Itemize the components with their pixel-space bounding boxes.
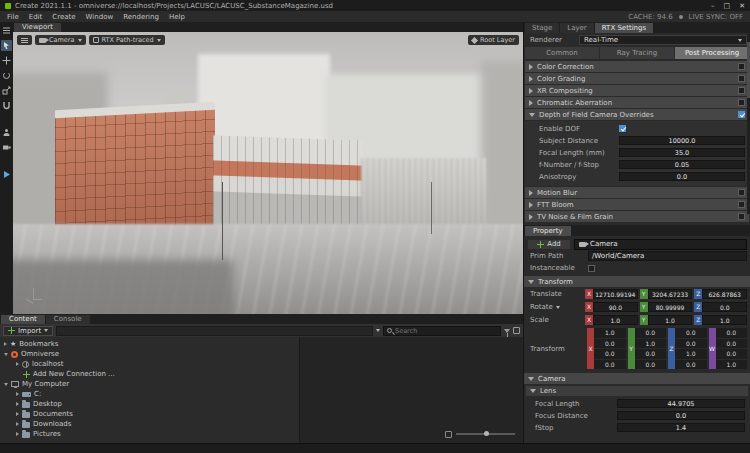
- translate-y-field[interactable]: Y3204.67233: [640, 289, 693, 299]
- tab-common[interactable]: Common: [525, 47, 599, 59]
- ftt-bloom-checkbox[interactable]: [738, 201, 745, 208]
- rotate-tool-icon[interactable]: [1, 70, 12, 81]
- expander-icon[interactable]: [16, 422, 19, 426]
- lens-fstop-field[interactable]: 1.4: [617, 423, 745, 432]
- zoom-slider[interactable]: [456, 433, 515, 435]
- close-button[interactable]: ✕: [739, 2, 745, 10]
- tab-console[interactable]: Console: [46, 315, 90, 324]
- section-motion-blur[interactable]: Motion Blur: [525, 187, 749, 198]
- instanceable-checkbox[interactable]: [588, 265, 595, 272]
- move-tool-icon[interactable]: [1, 55, 12, 66]
- scale-y-value[interactable]: 1.0: [648, 315, 693, 325]
- expander-icon[interactable]: [16, 392, 19, 396]
- scale-z-value[interactable]: 1.0: [702, 315, 747, 325]
- color-correction-checkbox[interactable]: [738, 63, 745, 70]
- menu-help[interactable]: Help: [164, 13, 190, 21]
- scale-tool-icon[interactable]: [1, 85, 12, 96]
- viewport-canvas[interactable]: Camera RTX Path-traced Root Layer: [13, 32, 523, 314]
- matrix-cell[interactable]: 0.0: [635, 349, 667, 359]
- scale-x-value[interactable]: 1.0: [593, 315, 638, 325]
- section-ftt-bloom[interactable]: FTT Bloom: [525, 199, 749, 210]
- matrix-cell[interactable]: 1.0: [594, 328, 626, 338]
- matrix-cell[interactable]: 1.0: [716, 360, 748, 370]
- prim-type-field[interactable]: Camera: [574, 239, 747, 250]
- rotate-y-field[interactable]: Y80.99999: [640, 302, 693, 312]
- rotate-z-value[interactable]: 0.0: [702, 302, 747, 312]
- add-button[interactable]: Add: [527, 239, 571, 250]
- tab-content[interactable]: Content: [1, 315, 45, 324]
- expander-icon[interactable]: [4, 383, 8, 386]
- tree-item-my-computer[interactable]: My Computer: [0, 379, 299, 389]
- transform-section-header[interactable]: Transform: [524, 276, 750, 287]
- select-tool-icon[interactable]: [1, 40, 12, 51]
- rotate-y-value[interactable]: 80.99999: [648, 302, 693, 312]
- tree-item-omniverse[interactable]: Omniverse: [0, 349, 299, 359]
- filter-icon[interactable]: [504, 329, 510, 333]
- root-layer-button[interactable]: Root Layer: [468, 35, 519, 45]
- play-button-icon[interactable]: [1, 169, 12, 180]
- matrix-cell[interactable]: 0.0: [675, 339, 707, 349]
- viewport-menu-button[interactable]: [17, 35, 32, 45]
- tree-item-pictures[interactable]: Pictures: [0, 429, 299, 439]
- enable-dof-checkbox[interactable]: [619, 125, 626, 132]
- translate-z-value[interactable]: 626.87863: [702, 289, 747, 299]
- subject-distance-field[interactable]: 10000.0: [619, 136, 745, 145]
- toolbar-menu-icon[interactable]: [1, 25, 12, 36]
- menu-rendering[interactable]: Rendering: [118, 13, 164, 21]
- section-xr-compositing[interactable]: XR Compositing: [525, 85, 749, 96]
- fnumber-field[interactable]: 0.05: [619, 160, 745, 169]
- renderer-dropdown[interactable]: Real-Time: [579, 35, 747, 45]
- expander-icon[interactable]: [4, 353, 8, 356]
- zoom-slider-handle[interactable]: [484, 431, 489, 436]
- rotate-x-field[interactable]: X90.0: [585, 302, 638, 312]
- tree-item-desktop[interactable]: Desktop: [0, 399, 299, 409]
- menu-file[interactable]: File: [2, 13, 24, 21]
- history-chevron-icon[interactable]: [376, 329, 380, 332]
- matrix-cell[interactable]: 1.0: [635, 339, 667, 349]
- titlebar[interactable]: Create 2021.1.1 - omniverse://localhost/…: [0, 0, 750, 11]
- viewport-camera-selector[interactable]: Camera: [35, 35, 86, 45]
- xr-compositing-checkbox[interactable]: [738, 87, 745, 94]
- tv-noise-checkbox[interactable]: [738, 213, 745, 220]
- scale-z-field[interactable]: Z1.0: [694, 315, 747, 325]
- tab-stage[interactable]: Stage: [525, 23, 559, 33]
- menu-create[interactable]: Create: [47, 13, 80, 21]
- lens-section-header[interactable]: Lens: [526, 386, 748, 396]
- translate-x-field[interactable]: X12710.99194: [585, 289, 638, 299]
- tab-post-processing[interactable]: Post Processing: [675, 47, 749, 59]
- section-dof-overrides[interactable]: Depth of Field Camera Overrides: [525, 109, 749, 120]
- anisotropy-field[interactable]: 0.0: [619, 172, 745, 181]
- color-grading-checkbox[interactable]: [738, 75, 745, 82]
- content-path-field[interactable]: [56, 326, 373, 336]
- tab-ray-tracing[interactable]: Ray Tracing: [600, 47, 674, 59]
- tree-item-c-drive[interactable]: C:: [0, 389, 299, 399]
- matrix-cell[interactable]: 0.0: [675, 328, 707, 338]
- matrix-cell[interactable]: 0.0: [716, 349, 748, 359]
- matrix-cell[interactable]: 1.0: [675, 349, 707, 359]
- import-button[interactable]: Import: [3, 326, 53, 336]
- matrix-cell[interactable]: 0.0: [635, 328, 667, 338]
- dof-overrides-checkbox[interactable]: [738, 111, 745, 118]
- scale-x-field[interactable]: X1.0: [585, 315, 638, 325]
- maximize-button[interactable]: □: [724, 2, 731, 10]
- matrix-cell[interactable]: 0.0: [635, 360, 667, 370]
- rotate-z-field[interactable]: Z0.0: [694, 302, 747, 312]
- matrix-cell[interactable]: 0.0: [594, 339, 626, 349]
- expander-icon[interactable]: [16, 402, 19, 406]
- focal-length-field[interactable]: 35.0: [619, 148, 745, 157]
- viewport-renderer-selector[interactable]: RTX Path-traced: [89, 35, 165, 45]
- tab-property[interactable]: Property: [525, 226, 571, 236]
- lens-focus-distance-field[interactable]: 0.0: [617, 411, 745, 420]
- rotate-x-value[interactable]: 90.0: [593, 302, 638, 312]
- scale-y-field[interactable]: Y1.0: [640, 315, 693, 325]
- matrix-cell[interactable]: 0.0: [716, 339, 748, 349]
- search-input[interactable]: [395, 327, 497, 335]
- rotate-order-chevron-icon[interactable]: [556, 306, 560, 309]
- section-chromatic-aberration[interactable]: Chromatic Aberration: [525, 97, 749, 108]
- matrix-cell[interactable]: 0.0: [675, 360, 707, 370]
- avatar-tool-icon[interactable]: [1, 127, 12, 138]
- tree-item-documents[interactable]: Documents: [0, 409, 299, 419]
- camera-tool-icon[interactable]: [1, 142, 12, 153]
- snap-tool-icon[interactable]: [1, 100, 12, 111]
- tab-viewport[interactable]: Viewport: [14, 23, 61, 32]
